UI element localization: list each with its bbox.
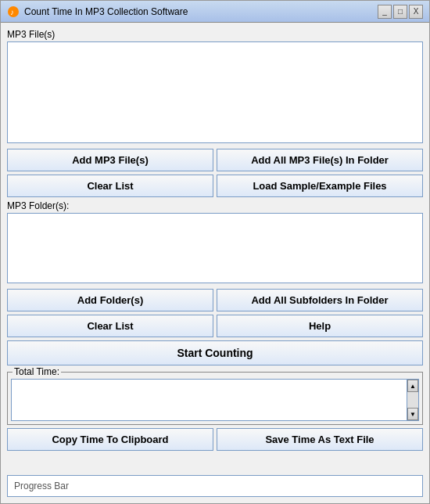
title-bar: ♪ Count Time In MP3 Collection Software …	[1, 1, 429, 23]
total-time-frame: Total Time: ▲ ▼	[7, 372, 423, 425]
help-button[interactable]: Help	[217, 315, 423, 337]
mp3-files-section: MP3 File(s)	[7, 29, 423, 146]
scroll-down-button[interactable]: ▼	[407, 408, 418, 420]
mp3-folders-label: MP3 Folder(s):	[7, 200, 423, 211]
mp3-files-btn-row-2: Clear List Load Sample/Example Files	[7, 175, 423, 197]
scroll-up-button[interactable]: ▲	[407, 380, 418, 392]
time-actions-btn-row: Copy Time To Clipboard Save Time As Text…	[7, 428, 423, 451]
mp3-folders-btn-row-2: Clear List Help	[7, 315, 423, 337]
scroll-track	[407, 392, 418, 408]
app-icon: ♪	[7, 5, 20, 18]
clear-list-2-button[interactable]: Clear List	[7, 315, 213, 337]
add-all-subfolders-button[interactable]: Add All Subfolders In Folder	[217, 289, 423, 311]
mp3-folders-btn-row-1: Add Folder(s) Add All Subfolders In Fold…	[7, 289, 423, 311]
mp3-files-listbox[interactable]	[7, 41, 423, 143]
mp3-folders-listbox[interactable]	[7, 213, 423, 283]
progress-bar-label: Progress Bar	[14, 481, 69, 491]
add-folders-button[interactable]: Add Folder(s)	[7, 289, 213, 311]
svg-text:♪: ♪	[10, 8, 14, 16]
add-mp3-files-button[interactable]: Add MP3 File(s)	[7, 149, 213, 171]
close-button[interactable]: X	[409, 5, 423, 19]
clear-list-1-button[interactable]: Clear List	[7, 175, 213, 197]
copy-time-button[interactable]: Copy Time To Clipboard	[7, 428, 213, 451]
start-counting-button[interactable]: Start Counting	[7, 340, 423, 365]
main-window: ♪ Count Time In MP3 Collection Software …	[0, 0, 430, 504]
progress-bar-section: Progress Bar	[7, 475, 423, 497]
total-time-legend: Total Time:	[13, 366, 61, 377]
window-title: Count Time In MP3 Collection Software	[24, 6, 378, 17]
mp3-folders-section: MP3 Folder(s):	[7, 200, 423, 286]
minimize-button[interactable]: _	[378, 5, 392, 19]
window-controls: _ □ X	[378, 5, 423, 19]
load-sample-button[interactable]: Load Sample/Example Files	[217, 175, 423, 197]
total-time-inner: ▲ ▼	[11, 379, 419, 421]
main-content: MP3 File(s) Add MP3 File(s) Add All MP3 …	[1, 23, 429, 475]
mp3-files-btn-row-1: Add MP3 File(s) Add All MP3 File(s) In F…	[7, 149, 423, 171]
mp3-files-label: MP3 File(s)	[7, 29, 423, 40]
total-time-scrollbar: ▲ ▼	[407, 379, 419, 421]
restore-button[interactable]: □	[393, 5, 407, 19]
save-time-button[interactable]: Save Time As Text File	[217, 428, 423, 451]
add-all-mp3-in-folder-button[interactable]: Add All MP3 File(s) In Folder	[217, 149, 423, 171]
total-time-textarea[interactable]	[11, 379, 407, 421]
